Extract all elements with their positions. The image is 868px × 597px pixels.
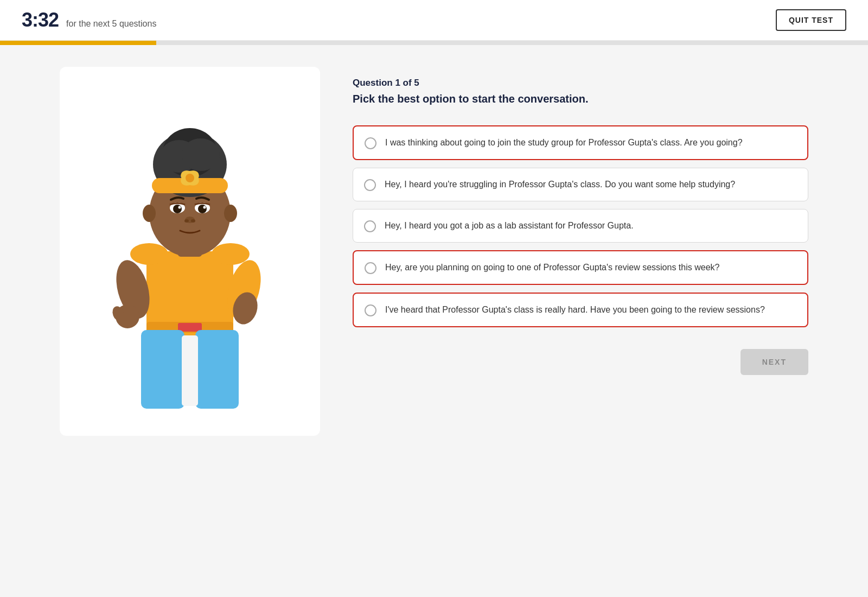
option-text-3: Hey, I heard you got a job as a lab assi…	[385, 219, 634, 232]
svg-point-32	[130, 243, 168, 265]
header-left: 3:32 for the next 5 questions	[22, 9, 156, 31]
svg-rect-5	[182, 335, 198, 406]
svg-rect-4	[195, 330, 239, 409]
svg-point-16	[182, 138, 220, 171]
option-item-3[interactable]: Hey, I heard you got a job as a lab assi…	[353, 209, 808, 243]
radio-circle-5	[365, 304, 376, 316]
svg-point-28	[184, 219, 189, 223]
radio-circle-4	[365, 262, 376, 274]
option-item-5[interactable]: I've heard that Professor Gupta's class …	[353, 293, 808, 327]
option-text-1: I was thinking about going to join the s…	[385, 136, 743, 149]
option-item-1[interactable]: I was thinking about going to join the s…	[353, 125, 808, 160]
option-text-4: Hey, are you planning on going to one of…	[385, 261, 719, 274]
question-meta: Question 1 of 5	[353, 78, 808, 88]
timer-display: 3:32	[22, 9, 59, 31]
radio-circle-1	[365, 137, 376, 149]
svg-point-33	[212, 243, 250, 265]
svg-point-29	[191, 219, 195, 223]
svg-point-25	[178, 206, 181, 209]
question-text: Pick the best option to start the conver…	[353, 92, 808, 106]
header: 3:32 for the next 5 questions QUIT TEST	[0, 0, 868, 41]
option-text-5: I've heard that Professor Gupta's class …	[385, 303, 765, 316]
main-content: Question 1 of 5 Pick the best option to …	[27, 45, 841, 458]
svg-point-24	[198, 205, 207, 213]
progress-bar-container	[0, 41, 868, 45]
option-item-4[interactable]: Hey, are you planning on going to one of…	[353, 250, 808, 285]
radio-circle-2	[364, 179, 376, 191]
svg-point-20	[186, 174, 194, 182]
questions-panel: Question 1 of 5 Pick the best option to …	[353, 67, 808, 436]
next-button-container: NEXT	[353, 349, 808, 375]
svg-point-23	[173, 205, 182, 213]
radio-circle-3	[364, 220, 376, 232]
svg-point-30	[143, 205, 156, 222]
svg-point-26	[203, 206, 206, 209]
svg-rect-3	[141, 330, 184, 409]
character-illustration	[98, 94, 282, 409]
next-button[interactable]: NEXT	[741, 349, 808, 375]
illustration-panel	[60, 67, 320, 436]
timer-label: for the next 5 questions	[66, 19, 156, 29]
option-text-2: Hey, I heard you're struggling in Profes…	[385, 178, 735, 191]
quit-test-button[interactable]: QUIT TEST	[776, 9, 846, 31]
progress-bar-fill	[0, 41, 156, 45]
options-list: I was thinking about going to join the s…	[353, 125, 808, 327]
option-item-2[interactable]: Hey, I heard you're struggling in Profes…	[353, 168, 808, 201]
svg-point-31	[224, 205, 237, 222]
svg-rect-2	[178, 323, 202, 332]
